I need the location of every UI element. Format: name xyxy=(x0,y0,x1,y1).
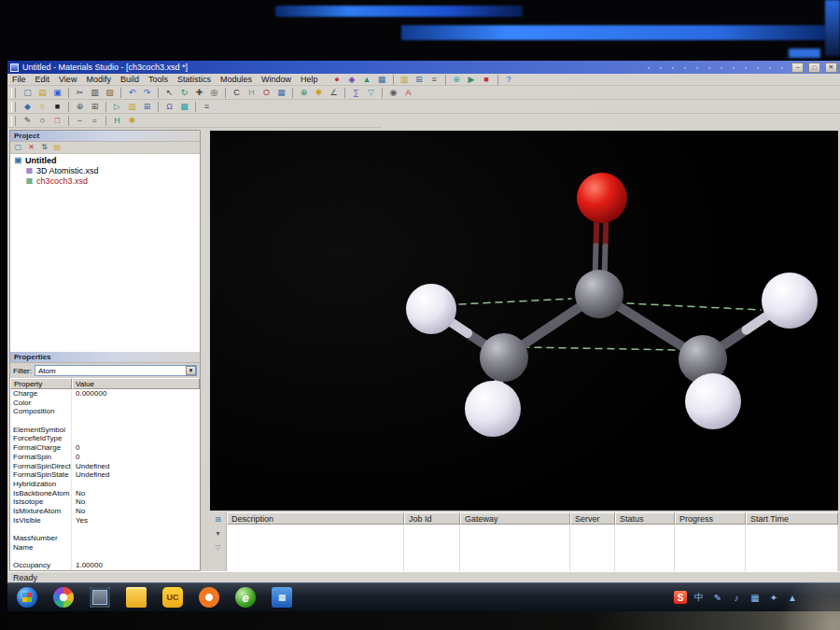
close-button[interactable]: ✕ xyxy=(825,63,837,73)
project-folder-icon[interactable]: ▤ xyxy=(51,143,63,153)
sketch-ring-icon[interactable]: ○ xyxy=(35,115,49,127)
property-row[interactable]: IsIsotopeNo xyxy=(10,497,200,507)
stop-job-icon[interactable]: ■ xyxy=(480,74,494,86)
script-editor-icon[interactable]: ≡ xyxy=(200,101,214,113)
run-job-icon[interactable]: ▶ xyxy=(465,74,479,86)
jobs-column-server[interactable]: Server xyxy=(570,512,615,525)
calculate-icon[interactable]: ∑ xyxy=(349,87,363,99)
jobs-column-status[interactable]: Status xyxy=(615,512,675,525)
property-row[interactable]: Color xyxy=(10,399,200,408)
chart-viewer-icon[interactable]: ▥ xyxy=(125,101,139,113)
tree-item-ch3coch3-xsd[interactable]: ▦ch3coch3.xsd xyxy=(10,175,200,186)
maximize-button[interactable]: □ xyxy=(808,63,820,73)
hydrogen-atom[interactable] xyxy=(465,381,521,437)
hydrogen-atom[interactable] xyxy=(685,373,741,429)
jobs-column-description[interactable]: Description xyxy=(227,512,404,525)
property-row[interactable]: ElementSymbol xyxy=(10,426,200,435)
render-polyhedra-icon[interactable]: ▲ xyxy=(360,74,374,86)
caption-tool-icon[interactable]: ▪ xyxy=(765,63,775,72)
jobs-column-progress[interactable]: Progress xyxy=(675,512,746,525)
lang-mode-icon[interactable]: 中 xyxy=(693,591,706,604)
new-chart-icon[interactable]: ▥ xyxy=(398,74,412,86)
caption-tool-icon[interactable]: ▪ xyxy=(680,63,690,72)
minimize-energy-icon[interactable]: ▽ xyxy=(364,87,378,99)
property-row[interactable]: Composition xyxy=(10,407,200,416)
single-bond-icon[interactable]: − xyxy=(73,115,87,127)
properties-panel-header[interactable]: Properties xyxy=(10,352,200,363)
jobs-column-job-id[interactable]: Job Id xyxy=(404,512,460,525)
property-row[interactable]: ForcefieldType xyxy=(10,434,200,443)
property-row[interactable]: FormalSpinStateUndefined xyxy=(10,470,200,480)
3d-viewport[interactable] xyxy=(210,131,838,511)
caption-tool-icon[interactable]: ▪ xyxy=(656,63,665,72)
save-icon[interactable]: ▣ xyxy=(50,87,64,99)
caption-tool-icon[interactable]: ▪ xyxy=(753,63,763,72)
property-row[interactable]: FormalCharge0 xyxy=(10,443,200,453)
new-table-icon[interactable]: ⊞ xyxy=(413,74,427,86)
screenshot-icon[interactable]: ◉ xyxy=(386,87,400,99)
hydrogen-atom[interactable] xyxy=(406,284,456,334)
modules-icon[interactable]: ⊕ xyxy=(450,74,464,86)
table-viewer-icon[interactable]: ⊞ xyxy=(140,101,154,113)
element-hydrogen-icon[interactable]: H xyxy=(245,87,259,99)
folder-shortcut-icon[interactable] xyxy=(126,587,147,608)
caption-tool-icon[interactable]: ▪ xyxy=(777,63,787,72)
chevron-down-icon[interactable]: ▼ xyxy=(186,366,196,375)
jobs-column-start-time[interactable]: Start Time xyxy=(746,512,838,525)
add-hydrogens-icon[interactable]: ⊕ xyxy=(297,87,311,99)
jobs-menu-icon[interactable]: ▾ xyxy=(212,528,225,539)
property-row[interactable]: Hybridization xyxy=(10,480,200,489)
sogou-input-icon[interactable]: S xyxy=(674,591,687,604)
property-row[interactable]: MassNumber xyxy=(10,534,200,543)
paste-icon[interactable]: ▨ xyxy=(103,87,117,99)
property-row[interactable]: FormalSpin0 xyxy=(10,453,200,462)
select-cursor-icon[interactable]: ↖ xyxy=(162,87,176,99)
caption-tool-icon[interactable]: ▪ xyxy=(644,63,653,72)
project-panel-header[interactable]: Project xyxy=(10,131,200,142)
caption-tool-icon[interactable]: ▪ xyxy=(705,63,714,72)
uc-browser-icon[interactable]: UC xyxy=(162,587,183,608)
background-icon[interactable]: ■ xyxy=(50,101,64,113)
fit-view-icon[interactable]: ⊞ xyxy=(88,101,102,113)
value-column-header[interactable]: Value xyxy=(72,378,200,389)
pinwheel-browser-icon[interactable] xyxy=(53,587,74,608)
double-bond-icon[interactable]: = xyxy=(88,115,102,127)
new-icon[interactable]: ▢ xyxy=(21,87,35,99)
menu-modules[interactable]: Modules xyxy=(216,74,257,85)
soft-keyboard-icon[interactable]: ▦ xyxy=(749,591,762,604)
start-button[interactable] xyxy=(17,587,37,608)
handwriting-icon[interactable]: ✎ xyxy=(711,591,724,604)
redo-icon[interactable]: ↷ xyxy=(140,87,154,99)
clean-structure-icon[interactable]: ✱ xyxy=(312,87,326,99)
title-bar[interactable]: Untitled - Materials Studio - [ch3coch3.… xyxy=(7,61,840,74)
element-carbon-icon[interactable]: C xyxy=(230,87,244,99)
project-delete-icon[interactable]: ✕ xyxy=(25,143,37,153)
menu-window[interactable]: Window xyxy=(257,74,296,85)
carbon-atom[interactable] xyxy=(575,270,623,318)
lighting-icon[interactable]: ○ xyxy=(35,101,49,113)
zoom-view-icon[interactable]: ◎ xyxy=(207,87,221,99)
property-row[interactable]: IsBackboneAtomNo xyxy=(10,489,200,498)
play-animation-icon[interactable]: ▷ xyxy=(110,101,124,113)
adjust-hydrogen-icon[interactable]: H xyxy=(110,115,124,127)
measure-angle-icon[interactable]: ∠ xyxy=(327,87,341,99)
symmetry-icon[interactable]: Ω xyxy=(162,101,176,113)
periodic-table-icon[interactable]: ▦ xyxy=(274,87,288,99)
oxygen-atom[interactable] xyxy=(577,173,627,223)
rotate-view-icon[interactable]: ↻ xyxy=(177,87,191,99)
system-window-icon[interactable] xyxy=(90,587,110,608)
property-row[interactable]: Charge0.000000 xyxy=(10,389,200,399)
filter-dropdown[interactable]: Atom ▼ xyxy=(35,365,197,376)
molecule-canvas[interactable] xyxy=(210,131,838,511)
jobs-column-gateway[interactable]: Gateway xyxy=(460,512,570,525)
property-column-header[interactable]: Property xyxy=(10,378,72,389)
carbon-atom[interactable] xyxy=(480,333,528,382)
copy-icon[interactable]: ▥ xyxy=(88,87,102,99)
property-row[interactable] xyxy=(10,552,200,561)
menu-edit[interactable]: Edit xyxy=(31,74,55,85)
menu-build[interactable]: Build xyxy=(116,74,144,85)
caption-tool-icon[interactable]: ▪ xyxy=(741,63,750,72)
sketch-atom-icon[interactable]: ✎ xyxy=(21,115,35,127)
property-row[interactable]: FormalSpinDirecti...Undefined xyxy=(10,462,200,471)
caption-tool-icon[interactable]: ▪ xyxy=(668,63,678,72)
